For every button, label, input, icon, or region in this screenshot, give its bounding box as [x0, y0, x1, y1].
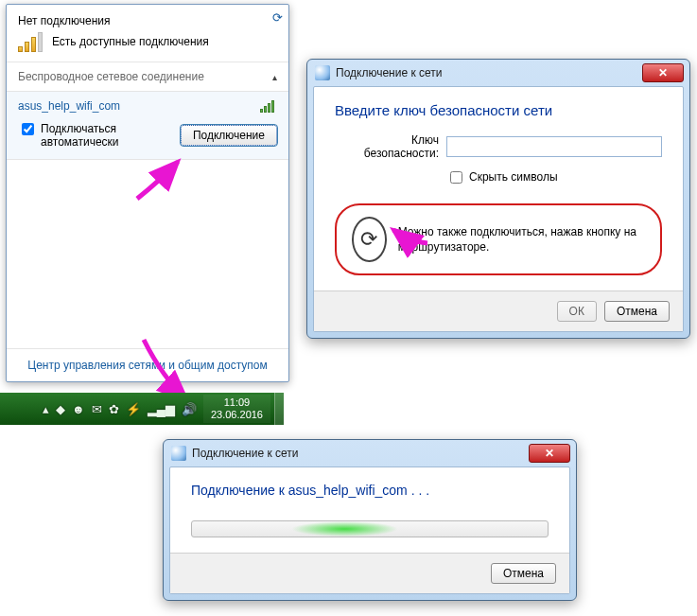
- dialog-title: Подключение к сети: [192, 447, 298, 460]
- network-item[interactable]: asus_help_wifi_com: [7, 92, 288, 116]
- wps-hint-text: Можно также подключиться, нажав кнопку н…: [398, 224, 645, 255]
- wps-hint-box: ⟳ Можно также подключиться, нажав кнопку…: [335, 203, 662, 275]
- progress-dialog: Подключение к сети ✕ Подключение к asus_…: [163, 439, 577, 601]
- connect-button[interactable]: Подключение: [181, 125, 277, 146]
- volume-icon[interactable]: 🔊: [182, 402, 197, 416]
- dialog-icon: [315, 65, 330, 80]
- wireless-label: Беспроводное сетевое соединение: [18, 70, 204, 83]
- dialog-body: Подключение к asus_help_wifi_com . . . О…: [169, 466, 570, 594]
- no-connection-label: Нет подключения: [18, 14, 277, 27]
- auto-connect-label: Подключаться автоматически: [41, 122, 119, 150]
- security-key-input[interactable]: [446, 136, 662, 157]
- hide-characters-checkbox[interactable]: Скрыть символы: [446, 168, 662, 186]
- available-label: Есть доступные подключения: [52, 35, 209, 48]
- cancel-button[interactable]: Отмена: [491, 563, 556, 584]
- dialog-button-row: ОК Отмена: [314, 290, 683, 331]
- key-label: Ключ безопасности:: [335, 133, 439, 161]
- signal-bars-icon: [18, 31, 44, 52]
- key-row: Ключ безопасности:: [335, 133, 662, 161]
- ssid-label: asus_help_wifi_com: [18, 99, 120, 113]
- ok-button[interactable]: ОК: [557, 301, 597, 322]
- refresh-icon[interactable]: ⟳: [272, 10, 283, 25]
- signal-strength-icon: [260, 99, 277, 113]
- close-button[interactable]: ✕: [642, 63, 684, 82]
- hide-characters-label: Скрыть символы: [469, 170, 558, 184]
- clock-time: 11:09: [211, 396, 263, 409]
- auto-connect-checkbox[interactable]: Подключаться автоматически: [18, 122, 119, 150]
- tray-up-icon[interactable]: ▴: [43, 402, 49, 416]
- cancel-button[interactable]: Отмена: [604, 301, 670, 322]
- dialog-heading: Введите ключ безопасности сети: [335, 102, 662, 118]
- show-desktop-button[interactable]: [274, 393, 284, 425]
- progress-glow-icon: [291, 521, 398, 537]
- connect-row: Подключаться автоматически Подключение: [7, 116, 288, 160]
- clock-date: 23.06.2016: [211, 409, 263, 421]
- power-icon[interactable]: ⚡: [126, 402, 141, 416]
- app-icon[interactable]: ☻: [72, 402, 85, 416]
- hide-characters-input[interactable]: [450, 171, 462, 184]
- progress-message: Подключение к asus_help_wifi_com . . .: [191, 483, 549, 498]
- titlebar[interactable]: Подключение к сети ✕: [307, 60, 689, 86]
- dialog-title: Подключение к сети: [336, 66, 442, 79]
- progress-bar: [191, 520, 549, 537]
- system-tray: ▴ ◆ ☻ ✉ ✿ ⚡ ▂▄▆ 🔊 11:09 23.06.2016: [39, 395, 274, 422]
- shield-icon[interactable]: ◆: [56, 402, 65, 416]
- clock[interactable]: 11:09 23.06.2016: [203, 395, 270, 422]
- dialog-body: Введите ключ безопасности сети Ключ безо…: [313, 86, 684, 332]
- auto-connect-input[interactable]: [22, 123, 34, 135]
- network-flyout: ⟳ Нет подключения Есть доступные подключ…: [6, 4, 289, 382]
- close-button[interactable]: ✕: [529, 444, 570, 463]
- flyout-footer: Центр управления сетями и общим доступом: [7, 348, 288, 381]
- network-center-link[interactable]: Центр управления сетями и общим доступом: [27, 359, 268, 372]
- wireless-section-header[interactable]: Беспроводное сетевое соединение ▴: [7, 62, 288, 92]
- chat-icon[interactable]: ✉: [92, 402, 102, 416]
- taskbar: ▴ ◆ ☻ ✉ ✿ ⚡ ▂▄▆ 🔊 11:09 23.06.2016: [0, 393, 284, 425]
- titlebar[interactable]: Подключение к сети ✕: [164, 440, 576, 466]
- dialog-icon: [171, 446, 186, 461]
- gear-icon[interactable]: ✿: [109, 402, 119, 416]
- available-row: Есть доступные подключения: [18, 31, 277, 52]
- router-icon: ⟳: [352, 217, 387, 262]
- network-icon[interactable]: ▂▄▆: [148, 402, 175, 416]
- security-key-dialog: Подключение к сети ✕ Введите ключ безопа…: [306, 59, 690, 339]
- chevron-up-icon: ▴: [272, 72, 277, 82]
- dialog-button-row: Отмена: [170, 553, 569, 593]
- flyout-header: ⟳ Нет подключения Есть доступные подключ…: [7, 5, 288, 62]
